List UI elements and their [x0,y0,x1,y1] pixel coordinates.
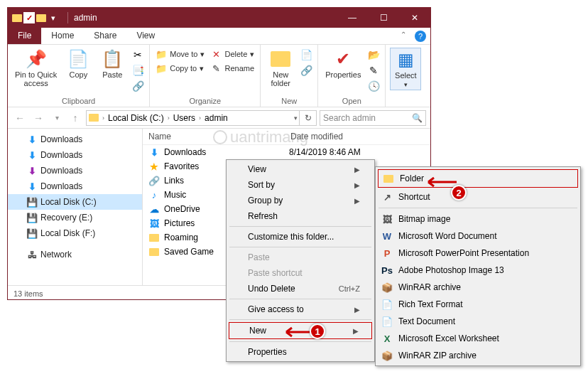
new-submenu[interactable]: Folder ↗ Shortcut 🖼 Bitmap image W Micro… [375,166,581,366]
breadcrumb[interactable]: admin [202,111,230,125]
menu-label: Microsoft Excel Worksheet [398,333,499,343]
maximize-button[interactable]: ☐ [368,8,399,28]
context-menu[interactable]: View ▶ Sort by ▶ Group by ▶ Refresh Cust… [226,159,375,362]
delete-icon: ✕ [210,48,222,60]
up-button[interactable]: ↑ [67,110,83,126]
drive-icon[interactable] [87,111,101,125]
breadcrumb[interactable]: Local Disk (C:) [106,111,166,125]
easy-access-icon[interactable]: 🔗 [299,63,313,78]
ribbon: 📌 Pin to Quick access 📄 Copy 📋 Paste ✂ 📑… [8,45,430,107]
search-input[interactable]: Search admin 🔍 [320,110,426,126]
menu-item[interactable]: 📄 Text Document [377,313,579,330]
menu-item[interactable]: Group by ▶ [228,193,373,208]
menu-item[interactable]: ↗ Shortcut [377,188,579,205]
window-controls: — ☐ ✕ [337,8,430,28]
menu-item[interactable]: Ps Adobe Photoshop Image 13 [377,262,579,279]
edit-icon[interactable]: ✎ [366,63,381,78]
chevron-right-icon[interactable]: › [197,114,202,122]
rename-button[interactable]: ✎Rename [209,62,256,75]
tree-item[interactable]: 💾 Local Disk (C:) [8,194,142,210]
new-item-icon[interactable]: 📄 [299,48,313,62]
cut-icon[interactable]: ✂ [131,48,145,62]
chevron-right-icon[interactable]: › [166,114,171,122]
menu-item[interactable]: X Microsoft Excel Worksheet [377,330,579,347]
menu-item[interactable]: Properties [228,344,373,360]
new-folder-button[interactable]: New folder [265,48,296,89]
menu-item[interactable]: Give access to ▶ [228,301,373,317]
copy-path-icon[interactable]: 📑 [131,63,145,78]
copy-button[interactable]: 📄 Copy [62,48,94,80]
move-to-button[interactable]: 📁Move to ▾ [154,48,206,60]
back-button[interactable]: ← [12,110,28,126]
tree-item[interactable]: ⬇ Downloads [8,178,142,194]
menu-item[interactable]: Refresh [228,208,373,224]
menu-item[interactable]: 📦 WinRAR ZIP archive [377,347,579,364]
checkbox-icon[interactable]: ✓ [23,12,35,23]
word-icon: W [381,230,393,242]
tab-home[interactable]: Home [41,28,84,44]
clipboard-extras: ✂ 📑 🔗 [131,48,145,93]
tree-item[interactable]: 💾 Recovery (E:) [8,210,142,225]
menu-item[interactable]: Paste shortcut [228,265,373,281]
open-icon[interactable]: 📂 [366,48,381,62]
tree-item[interactable]: 💾 Local Disk (F:) [8,225,142,241]
refresh-button[interactable]: ↻ [299,111,316,125]
tab-view[interactable]: View [126,28,165,44]
disk-icon: 💾 [26,228,38,239]
shortcut-icon: ↗ [381,191,393,203]
paste-button[interactable]: 📋 Paste [97,48,128,80]
tree-label: Downloads [40,166,82,176]
collapse-ribbon-icon[interactable]: ⌃ [396,28,410,44]
delete-button[interactable]: ✕Delete ▾ [209,48,256,60]
menu-item[interactable]: Customize this folder... [228,229,373,245]
col-name[interactable]: Name [143,129,285,144]
menu-item[interactable]: 📦 WinRAR archive [377,279,579,296]
search-icon: 🔍 [412,113,423,123]
menu-item[interactable]: Paste [228,250,373,265]
tree-item[interactable]: 🖧 Network [8,247,142,262]
tree-item[interactable]: ⬇ Downloads [8,132,142,147]
select-button[interactable]: ▦ Select ▾ [390,48,421,90]
tab-share[interactable]: Share [84,28,126,44]
copy-to-button[interactable]: 📁Copy to ▾ [154,62,206,75]
breadcrumb[interactable]: Users [171,111,197,125]
menu-item[interactable]: 🖼 Bitmap image [377,210,579,228]
menu-item[interactable]: P Microsoft PowerPoint Presentation [377,245,579,262]
help-icon[interactable]: ? [415,31,426,42]
properties-button[interactable]: ✔ Properties [322,48,364,80]
address-bar[interactable]: › Local Disk (C:) › Users › admin ▾ ↻ [86,110,317,126]
paste-shortcut-icon[interactable]: 🔗 [131,79,145,93]
new-extras: 📄 🔗 [299,48,313,78]
menu-item[interactable]: View ▶ [228,161,373,177]
chevron-right-icon[interactable]: › [101,114,106,122]
group-new: New folder 📄 🔗 New [261,45,318,107]
menu-item[interactable]: Undo Delete Ctrl+Z [228,281,373,296]
tree-label: Downloads [40,181,82,191]
column-headers[interactable]: Name Date modified [143,129,430,145]
menu-item[interactable]: W Microsoft Word Document [377,228,579,245]
menu-item[interactable]: Sort by ▶ [228,177,373,193]
dropdown-icon[interactable]: ▾ [293,114,299,122]
tab-file[interactable]: File [8,28,41,44]
menu-item[interactable]: 📄 Rich Text Format [377,296,579,313]
pin-to-quick-access-button[interactable]: 📌 Pin to Quick access [12,48,60,89]
menu-label: Shortcut [398,192,430,202]
tree-item[interactable]: ⬇ Downloads [8,147,142,163]
menu-item[interactable]: Folder [378,169,578,188]
close-button[interactable]: ✕ [399,8,430,28]
forward-button[interactable]: → [31,110,46,126]
recent-dropdown[interactable]: ▾ [49,110,65,126]
col-date[interactable]: Date modified [285,129,430,144]
tree-item[interactable]: ⬇ Downloads [8,163,142,178]
copy-icon: 📄 [68,49,88,69]
callout-2: 2 [451,185,467,201]
file-row[interactable]: ⬇ Downloads 8/14/2019 8:46 AM [143,145,430,159]
nav-tree[interactable]: ⬇ Downloads ⬇ Downloads ⬇ Downloads ⬇ Do… [8,129,143,285]
group-organize: 📁Move to ▾ 📁Copy to ▾ ✕Delete ▾ ✎Rename … [150,45,261,107]
group-label: Clipboard [62,95,95,105]
dropdown-icon[interactable]: ▾ [48,12,59,23]
history-icon[interactable]: 🕓 [366,79,381,93]
minimize-button[interactable]: — [337,8,368,28]
titlebar[interactable]: ✓ ▾ admin — ☐ ✕ [8,8,430,28]
menu-item[interactable]: New ▶ [229,322,372,339]
